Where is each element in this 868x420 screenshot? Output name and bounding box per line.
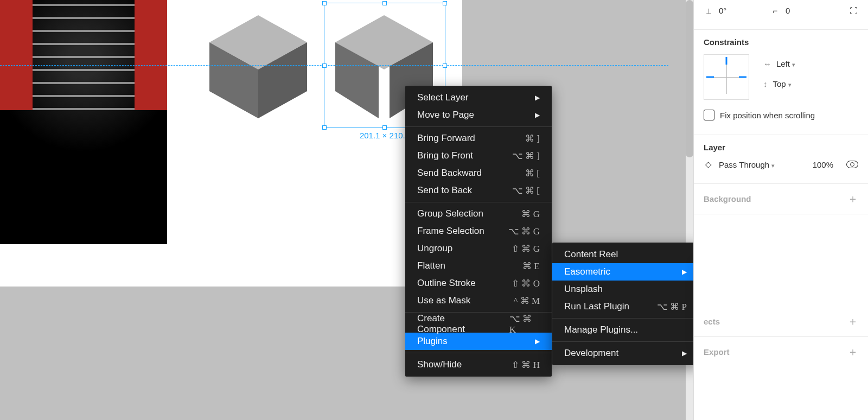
submenu-arrow-icon: ▶ [682, 268, 687, 276]
export-heading: Export [704, 347, 730, 357]
independent-corners-icon[interactable]: ⛶ [848, 5, 858, 15]
menu-label: Content Reel [564, 249, 618, 260]
corner-radius-icon: ⌐ [770, 5, 780, 15]
blend-mode-select[interactable]: Pass Through▾ [719, 160, 775, 169]
background-heading: Background [704, 194, 751, 203]
submenu-arrow-icon: ▶ [535, 338, 540, 345]
menu-bring-forward[interactable]: Bring Forward⌘ ] [405, 130, 552, 147]
cube-left[interactable] [204, 10, 312, 118]
menu-label: Bring to Front [417, 150, 473, 161]
menu-shortcut: ⇧ ⌘ G [512, 243, 540, 254]
plugin-easometric[interactable]: Easometric▶ [552, 263, 699, 281]
menu-label: Run Last Plugin [564, 301, 629, 312]
submenu-arrow-icon: ▶ [682, 349, 687, 357]
hallway-photo[interactable] [0, 0, 167, 244]
menu-shortcut: ⌘ [ [525, 168, 540, 179]
menu-plugins[interactable]: Plugins▶ [405, 333, 552, 350]
menu-label: Move to Page [417, 110, 474, 120]
menu-label: Send to Back [417, 185, 472, 196]
menu-label: Select Layer [417, 92, 469, 103]
corner-value[interactable]: 0 [786, 6, 832, 15]
plugin-manage[interactable]: Manage Plugins... [552, 321, 699, 339]
fix-position-label: Fix position when scrolling [720, 111, 815, 120]
menu-flatten[interactable]: Flatten⌘ E [405, 257, 552, 275]
menu-label: Ungroup [417, 243, 452, 254]
constraint-h-select[interactable]: Left▾ [776, 59, 795, 68]
constraints-widget[interactable] [704, 54, 749, 100]
plugin-unsplash[interactable]: Unsplash [552, 281, 699, 298]
menu-outline-stroke[interactable]: Outline Stroke⇧ ⌘ O [405, 275, 552, 292]
menu-label: Bring Forward [417, 133, 475, 144]
menu-send-backward[interactable]: Send Backward⌘ [ [405, 164, 552, 182]
rotation-value[interactable]: 0° [719, 6, 765, 15]
menu-label: Easometric [564, 266, 610, 277]
menu-label: Manage Plugins... [564, 324, 638, 335]
submenu-arrow-icon: ▶ [535, 94, 540, 101]
menu-shortcut: ⌥ ⌘ P [657, 301, 687, 313]
plugin-development[interactable]: Development▶ [552, 345, 699, 362]
menu-shortcut: ⌘ ] [525, 133, 540, 144]
menu-send-to-back[interactable]: Send to Back⌥ ⌘ [ [405, 182, 552, 199]
menu-select-layer[interactable]: Select Layer▶ [405, 89, 552, 106]
menu-frame-selection[interactable]: Frame Selection⌥ ⌘ G [405, 222, 552, 240]
plugin-run-last[interactable]: Run Last Plugin⌥ ⌘ P [552, 298, 699, 315]
vertical-icon [763, 79, 768, 88]
selection-dimensions: 201.1 × 210.5 [360, 131, 410, 140]
visibility-toggle-icon[interactable] [846, 161, 858, 168]
plugin-content-reel[interactable]: Content Reel [552, 246, 699, 263]
blend-mode-icon: ◇ [704, 160, 713, 169]
menu-group-selection[interactable]: Group Selection⌘ G [405, 205, 552, 222]
add-export-icon[interactable]: ＋ [847, 345, 858, 359]
menu-label: Group Selection [417, 208, 483, 219]
menu-ungroup[interactable]: Ungroup⇧ ⌘ G [405, 240, 552, 257]
menu-shortcut: ⌥ ⌘ K [509, 313, 540, 335]
menu-shortcut: ⌥ ⌘ [ [512, 185, 540, 196]
menu-shortcut: ⇧ ⌘ O [512, 278, 540, 289]
menu-label: Show/Hide [417, 359, 462, 370]
menu-label: Frame Selection [417, 226, 484, 237]
submenu-arrow-icon: ▶ [535, 111, 540, 119]
menu-label: Flatten [417, 260, 445, 271]
effects-heading: ects [704, 317, 720, 326]
menu-shortcut: ⇧ ⌘ H [512, 359, 540, 371]
menu-move-to-page[interactable]: Move to Page▶ [405, 106, 552, 124]
menu-label: Use as Mask [417, 295, 470, 306]
menu-shortcut: ⌥ ⌘ ] [512, 150, 540, 162]
plugins-submenu[interactable]: Content Reel Easometric▶ Unsplash Run La… [552, 243, 699, 365]
constraint-v-select[interactable]: Top▾ [773, 79, 792, 88]
menu-use-as-mask[interactable]: Use as Mask^ ⌘ M [405, 292, 552, 309]
add-effect-icon[interactable]: ＋ [847, 314, 858, 329]
fix-position-checkbox[interactable] [704, 110, 714, 120]
menu-label: Plugins [417, 336, 448, 347]
horizontal-icon [763, 59, 771, 68]
context-menu[interactable]: Select Layer▶ Move to Page▶ Bring Forwar… [405, 86, 552, 377]
menu-label: Send Backward [417, 168, 482, 179]
constraints-heading: Constraints [704, 37, 858, 47]
menu-bring-to-front[interactable]: Bring to Front⌥ ⌘ ] [405, 147, 552, 164]
add-background-icon[interactable]: ＋ [847, 192, 858, 206]
menu-show-hide[interactable]: Show/Hide⇧ ⌘ H [405, 356, 552, 373]
menu-create-component[interactable]: Create Component⌥ ⌘ K [405, 315, 552, 333]
layer-heading: Layer [704, 143, 858, 152]
opacity-value[interactable]: 100% [813, 160, 833, 169]
menu-label: Create Component [417, 313, 493, 335]
menu-shortcut: ⌘ G [521, 208, 540, 220]
menu-shortcut: ^ ⌘ M [513, 295, 540, 307]
menu-label: Outline Stroke [417, 278, 476, 289]
menu-label: Unsplash [564, 284, 603, 295]
menu-label: Development [564, 348, 618, 359]
rotation-icon: ⟂ [704, 5, 713, 15]
menu-shortcut: ⌘ E [522, 260, 540, 272]
properties-panel: ⟂ 0° ⌐ 0 ⛶ Constraints Left▾ Top▾ Fix po… [693, 0, 868, 420]
menu-shortcut: ⌥ ⌘ G [508, 226, 540, 237]
